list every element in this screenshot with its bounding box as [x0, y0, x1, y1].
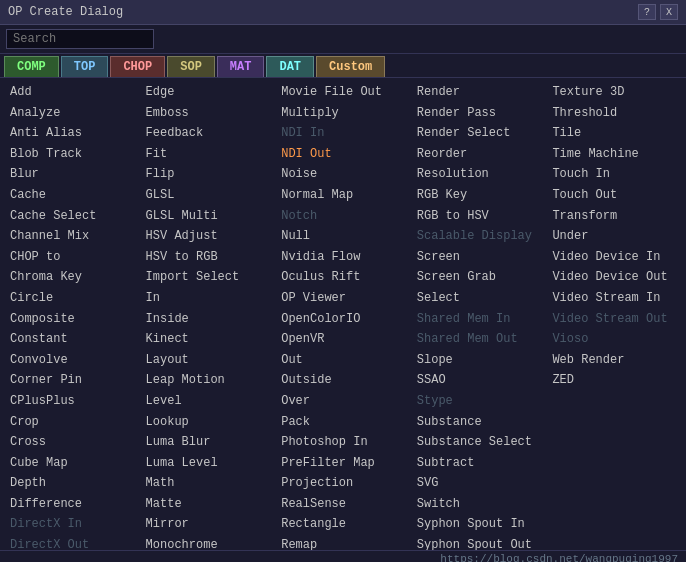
op-item[interactable]: Under — [548, 226, 680, 247]
tab-chop[interactable]: CHOP — [110, 56, 165, 77]
op-item[interactable]: CHOP to — [6, 247, 138, 268]
close-button[interactable]: X — [660, 4, 678, 20]
op-item[interactable]: Pack — [277, 412, 409, 433]
op-item[interactable]: Blob Track — [6, 144, 138, 165]
op-item[interactable]: Emboss — [142, 103, 274, 124]
op-item[interactable]: Shared Mem Out — [413, 329, 545, 350]
op-item[interactable]: Substance Select — [413, 432, 545, 453]
op-item[interactable]: Luma Blur — [142, 432, 274, 453]
op-item[interactable]: Convolve — [6, 350, 138, 371]
op-item[interactable]: Rectangle — [277, 514, 409, 535]
op-item[interactable]: Syphon Spout Out — [413, 535, 545, 550]
op-item[interactable]: PreFilter Map — [277, 453, 409, 474]
op-item[interactable]: Render — [413, 82, 545, 103]
op-item[interactable]: Math — [142, 473, 274, 494]
op-item[interactable]: Render Pass — [413, 103, 545, 124]
help-button[interactable]: ? — [638, 4, 656, 20]
op-item[interactable]: Stype — [413, 391, 545, 412]
op-item[interactable]: Reorder — [413, 144, 545, 165]
op-item[interactable]: Inside — [142, 309, 274, 330]
op-item[interactable]: RealSense — [277, 494, 409, 515]
op-item[interactable]: Time Machine — [548, 144, 680, 165]
op-item[interactable]: Constant — [6, 329, 138, 350]
op-item[interactable]: In — [142, 288, 274, 309]
op-item[interactable]: Movie File Out — [277, 82, 409, 103]
op-item[interactable]: GLSL Multi — [142, 206, 274, 227]
op-item[interactable]: Multiply — [277, 103, 409, 124]
op-item[interactable]: Scalable Display — [413, 226, 545, 247]
op-item[interactable]: SVG — [413, 473, 545, 494]
op-item[interactable]: Touch Out — [548, 185, 680, 206]
op-item[interactable]: GLSL — [142, 185, 274, 206]
op-item[interactable]: NDI In — [277, 123, 409, 144]
op-item[interactable]: Fit — [142, 144, 274, 165]
op-item[interactable]: OpenVR — [277, 329, 409, 350]
op-item[interactable]: Add — [6, 82, 138, 103]
op-item[interactable]: Subtract — [413, 453, 545, 474]
op-item[interactable]: Difference — [6, 494, 138, 515]
op-item[interactable]: Resolution — [413, 164, 545, 185]
op-item[interactable]: Vioso — [548, 329, 680, 350]
op-item[interactable]: Oculus Rift — [277, 267, 409, 288]
op-item[interactable]: Noise — [277, 164, 409, 185]
op-item[interactable]: Screen — [413, 247, 545, 268]
op-item[interactable]: Photoshop In — [277, 432, 409, 453]
op-item[interactable]: Remap — [277, 535, 409, 550]
op-item[interactable]: Monochrome — [142, 535, 274, 550]
op-item[interactable]: Projection — [277, 473, 409, 494]
op-item[interactable]: Crop — [6, 412, 138, 433]
tab-dat[interactable]: DAT — [266, 56, 314, 77]
op-item[interactable]: ZED — [548, 370, 680, 391]
op-item[interactable]: Slope — [413, 350, 545, 371]
op-item[interactable]: DirectX In — [6, 514, 138, 535]
op-item[interactable]: Channel Mix — [6, 226, 138, 247]
op-item[interactable]: Syphon Spout In — [413, 514, 545, 535]
op-item[interactable]: Outside — [277, 370, 409, 391]
tab-mat[interactable]: MAT — [217, 56, 265, 77]
op-item[interactable]: Cross — [6, 432, 138, 453]
op-item[interactable]: Cache Select — [6, 206, 138, 227]
op-item[interactable]: CPlusPlus — [6, 391, 138, 412]
op-item[interactable]: Substance — [413, 412, 545, 433]
op-item[interactable]: Mirror — [142, 514, 274, 535]
op-item[interactable]: Analyze — [6, 103, 138, 124]
op-item[interactable]: Kinect — [142, 329, 274, 350]
op-item[interactable]: Composite — [6, 309, 138, 330]
op-item[interactable]: Web Render — [548, 350, 680, 371]
op-item[interactable]: Depth — [6, 473, 138, 494]
op-item[interactable]: Cube Map — [6, 453, 138, 474]
op-item[interactable]: Tile — [548, 123, 680, 144]
op-item[interactable]: Chroma Key — [6, 267, 138, 288]
op-item[interactable]: Layout — [142, 350, 274, 371]
op-item[interactable]: Lookup — [142, 412, 274, 433]
op-item[interactable]: DirectX Out — [6, 535, 138, 550]
op-item[interactable]: Null — [277, 226, 409, 247]
op-item[interactable]: Import Select — [142, 267, 274, 288]
op-item[interactable]: Feedback — [142, 123, 274, 144]
op-item[interactable]: Select — [413, 288, 545, 309]
op-item[interactable]: Shared Mem In — [413, 309, 545, 330]
op-item[interactable]: Flip — [142, 164, 274, 185]
tab-comp[interactable]: COMP — [4, 56, 59, 77]
op-item[interactable]: SSAO — [413, 370, 545, 391]
op-item[interactable]: Out — [277, 350, 409, 371]
op-item[interactable]: NDI Out — [277, 144, 409, 165]
op-item[interactable]: Edge — [142, 82, 274, 103]
op-item[interactable]: Cache — [6, 185, 138, 206]
op-item[interactable]: Blur — [6, 164, 138, 185]
op-item[interactable]: HSV to RGB — [142, 247, 274, 268]
search-input[interactable] — [6, 29, 154, 49]
op-item[interactable]: Normal Map — [277, 185, 409, 206]
op-item[interactable]: Notch — [277, 206, 409, 227]
op-item[interactable]: Switch — [413, 494, 545, 515]
tab-sop[interactable]: SOP — [167, 56, 215, 77]
op-item[interactable]: Touch In — [548, 164, 680, 185]
op-item[interactable]: Render Select — [413, 123, 545, 144]
op-item[interactable]: Video Stream In — [548, 288, 680, 309]
op-item[interactable]: OP Viewer — [277, 288, 409, 309]
op-item[interactable]: Threshold — [548, 103, 680, 124]
op-item[interactable]: Level — [142, 391, 274, 412]
op-item[interactable]: Over — [277, 391, 409, 412]
op-item[interactable]: Texture 3D — [548, 82, 680, 103]
op-item[interactable]: Screen Grab — [413, 267, 545, 288]
